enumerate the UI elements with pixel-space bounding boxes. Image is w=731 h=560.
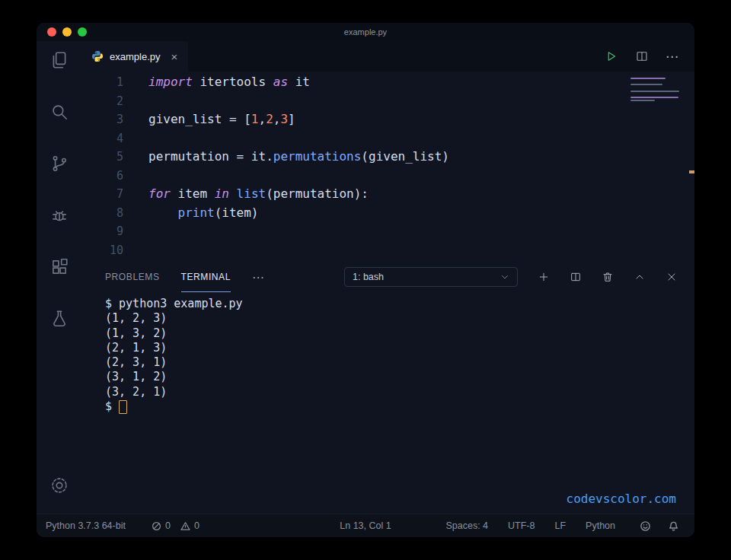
vscode-window: example.py — [37, 23, 694, 537]
line-number: 10 — [82, 241, 123, 260]
more-actions-icon[interactable]: ⋯ — [666, 49, 679, 65]
code-line[interactable]: 2 — [82, 92, 694, 111]
terminal-cursor — [119, 400, 127, 414]
terminal-line: (2, 3, 1) — [105, 355, 694, 370]
source-control-icon[interactable] — [49, 154, 69, 173]
watermark-text: codevscolor.com — [567, 492, 677, 506]
panel-more-icon[interactable]: ⋯ — [252, 262, 265, 292]
terminal[interactable]: $ python3 example.py(1, 2, 3)(1, 3, 2)(2… — [82, 292, 694, 414]
code-text: import itertools as it — [123, 73, 310, 92]
shell-select-value: 1: bash — [353, 272, 384, 282]
line-number: 5 — [82, 148, 123, 167]
line-number: 1 — [82, 73, 123, 92]
feedback-smiley-icon[interactable] — [640, 520, 651, 532]
code-text — [123, 222, 148, 241]
panel-tabs: PROBLEMSTERMINAL — [105, 262, 252, 292]
tab-close-icon[interactable]: × — [171, 51, 177, 62]
settings-gear-icon[interactable] — [49, 476, 69, 495]
error-count: 0 — [165, 520, 171, 531]
panel: PROBLEMSTERMINAL ⋯ 1: bash — [82, 262, 694, 514]
status-right-items: Spaces: 4UTF-8LFPython — [445, 520, 615, 531]
code-text: given_list = [1,2,3] — [123, 110, 295, 129]
maximize-panel-chevron-up-icon[interactable] — [634, 271, 646, 283]
terminal-line: (3, 2, 1) — [105, 385, 694, 399]
tab-bar: example.py × ⋯ — [82, 41, 694, 72]
split-terminal-icon[interactable] — [570, 271, 582, 283]
line-number: 4 — [82, 129, 123, 148]
line-number: 2 — [82, 92, 123, 111]
testing-flask-icon[interactable] — [49, 309, 69, 329]
kill-terminal-trash-icon[interactable] — [602, 271, 614, 283]
code-text — [123, 129, 148, 148]
code-line[interactable]: 8 print(item) — [82, 204, 694, 223]
terminal-line: (2, 1, 3) — [105, 341, 694, 355]
line-number: 9 — [82, 222, 123, 241]
terminal-line: $ python3 example.py — [105, 297, 694, 311]
chevron-down-icon — [500, 272, 509, 282]
code-line[interactable]: 10 — [82, 241, 694, 260]
line-number: 7 — [82, 185, 123, 204]
window-title: example.py — [344, 27, 387, 37]
code-line[interactable]: 5permutation = it.permutations(given_lis… — [82, 148, 694, 167]
panel-tab-terminal[interactable]: TERMINAL — [181, 262, 231, 292]
python-icon — [91, 50, 104, 62]
terminal-prompt: $ — [105, 399, 112, 414]
code-text — [123, 241, 148, 260]
code-line[interactable]: 3given_list = [1,2,3] — [82, 110, 694, 129]
traffic-lights — [47, 27, 87, 37]
code-line[interactable]: 4 — [82, 129, 694, 148]
python-interpreter-status[interactable]: Python 3.7.3 64-bit — [46, 520, 126, 531]
terminal-shell-select[interactable]: 1: bash — [344, 267, 518, 287]
editor-area[interactable]: 1import itertools as it23given_list = [1… — [82, 72, 694, 262]
problems-status[interactable]: 0 0 — [152, 520, 200, 531]
status-item[interactable]: UTF-8 — [508, 520, 535, 531]
new-terminal-icon[interactable] — [538, 271, 550, 283]
debug-icon[interactable] — [49, 205, 69, 225]
minimap[interactable] — [630, 78, 684, 110]
terminal-line: (1, 2, 3) — [105, 311, 694, 326]
titlebar: example.py — [37, 23, 694, 41]
close-panel-icon[interactable] — [666, 271, 678, 283]
terminal-output: $ python3 example.py(1, 2, 3)(1, 3, 2)(2… — [105, 297, 694, 399]
overview-ruler-marker — [689, 170, 694, 173]
extensions-icon[interactable] — [49, 257, 69, 277]
status-item[interactable]: Python — [586, 520, 615, 531]
status-bar: Python 3.7.3 64-bit 0 0 Ln 13, Col 1 Spa… — [37, 514, 694, 537]
minimize-window-button[interactable] — [62, 27, 72, 37]
zoom-window-button[interactable] — [78, 27, 87, 37]
run-button[interactable] — [605, 49, 618, 63]
code-text — [123, 92, 148, 111]
code-line[interactable]: 7for item in list(permutation): — [82, 185, 694, 204]
tab-example-py[interactable]: example.py × — [82, 41, 188, 72]
warning-triangle-icon — [180, 521, 190, 531]
notifications-bell-icon[interactable] — [668, 520, 679, 532]
search-icon[interactable] — [49, 102, 69, 122]
status-item[interactable]: LF — [554, 520, 566, 531]
editor-actions: ⋯ — [605, 41, 694, 72]
code-text: print(item) — [123, 204, 259, 223]
code-line[interactable]: 1import itertools as it — [82, 73, 694, 92]
panel-actions — [538, 262, 678, 292]
line-number: 8 — [82, 204, 123, 223]
code-line[interactable]: 6 — [82, 167, 694, 186]
close-window-button[interactable] — [47, 27, 56, 37]
panel-tab-problems[interactable]: PROBLEMS — [105, 262, 160, 292]
tab-label: example.py — [110, 51, 160, 62]
code-text — [123, 167, 148, 186]
error-circle-slash-icon — [152, 521, 161, 531]
terminal-prompt-line: $ — [105, 399, 694, 414]
code-text: permutation = it.permutations(given_list… — [123, 148, 449, 167]
code-line[interactable]: 9 — [82, 222, 694, 241]
terminal-line: (3, 1, 2) — [105, 370, 694, 384]
split-editor-icon[interactable] — [635, 49, 649, 63]
status-item[interactable]: Spaces: 4 — [445, 520, 488, 531]
activity-bar — [37, 41, 82, 514]
cursor-position-status[interactable]: Ln 13, Col 1 — [340, 520, 391, 531]
warning-count: 0 — [194, 520, 200, 531]
panel-header: PROBLEMSTERMINAL ⋯ 1: bash — [82, 262, 694, 292]
line-number: 3 — [82, 110, 123, 129]
line-number: 6 — [82, 167, 123, 186]
editor-lines: 1import itertools as it23given_list = [1… — [82, 73, 694, 259]
explorer-icon[interactable] — [49, 50, 69, 70]
terminal-line: (1, 3, 2) — [105, 326, 694, 341]
